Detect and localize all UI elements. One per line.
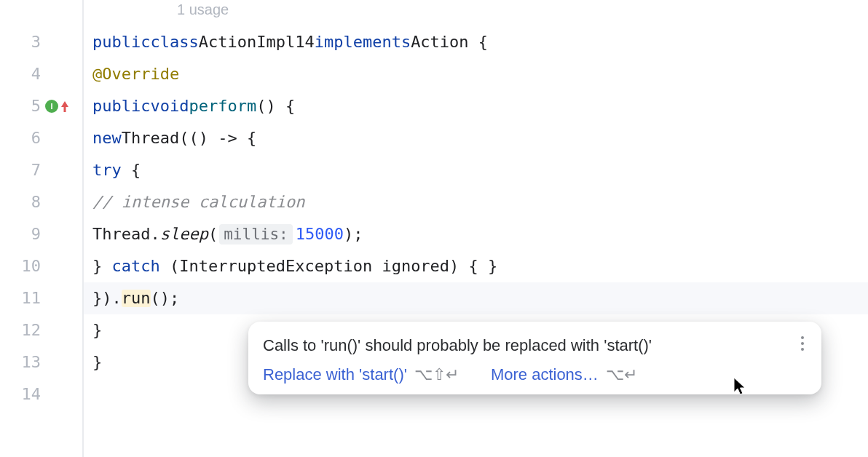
inspection-highlight[interactable]: run <box>122 290 151 307</box>
inlay-hint: millis: <box>219 224 293 245</box>
shortcut-hint: ⌥⇧↵ <box>414 367 459 383</box>
line-number: 7 <box>0 162 41 178</box>
kebab-icon[interactable] <box>794 333 811 354</box>
line-number: 11 <box>0 290 41 306</box>
quickfix-more[interactable]: More actions… ⌥↵ <box>491 367 637 383</box>
code-line[interactable]: public class ActionImpl14 implements Act… <box>84 26 868 58</box>
code-line[interactable]: try { <box>84 154 868 186</box>
inspection-message: Calls to 'run()' should probably be repl… <box>263 335 807 357</box>
line-number: 13 <box>0 354 41 370</box>
gutter-icon-implements[interactable] <box>45 100 58 113</box>
line-number: 3 <box>0 34 41 50</box>
line-number: 9 <box>0 226 41 242</box>
quickfix-primary[interactable]: Replace with 'start()' ⌥⇧↵ <box>263 367 459 383</box>
line-number: 4 <box>0 66 41 82</box>
line-number: 5 <box>0 98 41 114</box>
line-number: 12 <box>0 322 41 338</box>
line-number: 14 <box>0 386 41 402</box>
code-line[interactable]: // intense calculation <box>84 186 868 218</box>
gutter: 3 4 5 6 7 8 9 10 11 12 13 14 <box>0 0 84 457</box>
line-number: 10 <box>0 258 41 274</box>
inspection-popup: Calls to 'run()' should probably be repl… <box>248 322 821 394</box>
quickfix-primary-label: Replace with 'start()' <box>263 367 407 383</box>
code-line[interactable]: }).run(); <box>84 282 868 314</box>
code-line[interactable]: } catch (InterruptedException ignored) {… <box>84 250 868 282</box>
shortcut-hint: ⌥↵ <box>606 367 637 383</box>
code-line[interactable]: new Thread(() -> { <box>84 122 868 154</box>
line-number: 8 <box>0 194 41 210</box>
code-line[interactable]: @Override <box>84 58 868 90</box>
code-line[interactable]: Thread.sleep(millis:15000); <box>84 218 868 250</box>
code-line[interactable]: public void perform() { <box>84 90 868 122</box>
gutter-icon-navigate-up[interactable] <box>60 100 70 113</box>
line-number: 6 <box>0 130 41 146</box>
quickfix-more-label: More actions… <box>491 367 599 383</box>
